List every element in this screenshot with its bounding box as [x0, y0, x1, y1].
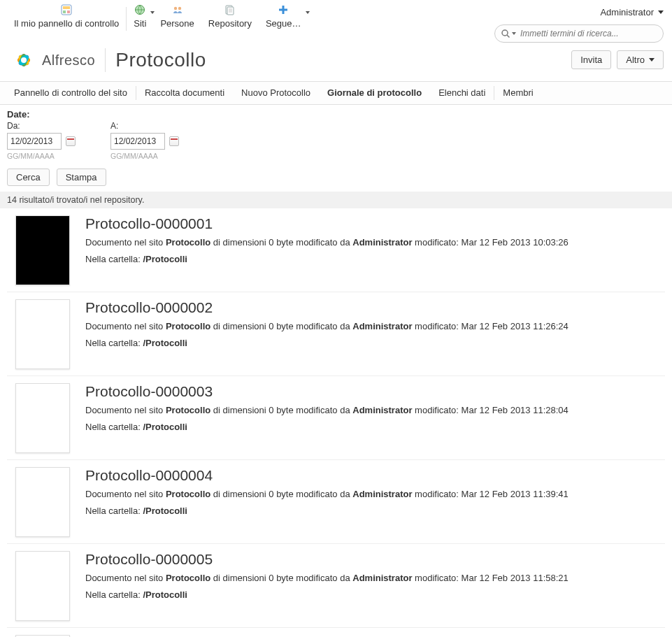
print-button[interactable]: Stampa — [57, 169, 106, 186]
result-item: Protocollo-0000001Documento nel sito Pro… — [7, 208, 665, 292]
repository-icon — [224, 4, 236, 15]
result-title[interactable]: Protocollo-0000003 — [85, 383, 665, 400]
result-path: Nella cartella: /Protocolli — [85, 505, 665, 517]
svg-point-21 — [21, 57, 27, 63]
result-title[interactable]: Protocollo-0000005 — [85, 551, 665, 568]
user-menu[interactable]: Administrator — [600, 4, 664, 20]
top-toolbar: Il mio pannello di controllo Siti Person… — [0, 0, 672, 41]
result-title[interactable]: Protocollo-0000002 — [85, 299, 665, 316]
divider — [105, 48, 106, 72]
dashboard-icon — [61, 4, 72, 15]
brand-name: Alfresco — [42, 52, 95, 69]
date-section-label: Date: — [7, 109, 665, 120]
result-path: Nella cartella: /Protocolli — [85, 421, 665, 434]
svg-point-6 — [178, 7, 180, 10]
date-to-hint: GG/MM/AAAA — [110, 152, 179, 160]
result-title[interactable]: Protocollo-0000001 — [85, 215, 665, 232]
result-item: Protocollo-0000003Documento nel sito Pro… — [7, 376, 665, 460]
search-button-label: Cerca — [16, 172, 41, 182]
nav-more-label: Segue… — [266, 18, 301, 29]
site-bar: Alfresco Protocollo Invita Altro — [0, 41, 672, 81]
nav-my-dashboard[interactable]: Il mio pannello di controllo — [7, 4, 126, 29]
site-more-label: Altro — [626, 55, 645, 65]
search-input[interactable] — [520, 29, 657, 38]
result-thumbnail[interactable] — [15, 383, 70, 453]
result-body: Protocollo-0000005Documento nel sito Pro… — [85, 550, 665, 622]
results-list: Protocollo-0000001Documento nel sito Pro… — [0, 208, 672, 637]
result-thumbnail[interactable] — [15, 299, 70, 369]
nav-my-dashboard-label: Il mio pannello di controllo — [14, 18, 119, 29]
site-title: Protocollo — [115, 49, 206, 71]
svg-point-11 — [502, 30, 508, 36]
calendar-icon[interactable] — [66, 136, 76, 146]
svg-rect-1 — [63, 6, 70, 9]
date-from-hint: GG/MM/AAAA — [7, 152, 76, 160]
search-scope-dropdown-icon[interactable] — [512, 32, 516, 35]
user-name: Administrator — [600, 7, 654, 17]
nav-more[interactable]: Segue… — [259, 4, 308, 29]
result-meta: Documento nel sito Protocollo di dimensi… — [85, 488, 665, 501]
alfresco-flower-icon — [10, 46, 38, 74]
print-button-label: Stampa — [66, 172, 97, 182]
date-to-col: A: GG/MM/AAAA — [110, 121, 179, 160]
result-meta: Documento nel sito Protocollo di dimensi… — [85, 236, 665, 249]
result-body: Protocollo-0000001Documento nel sito Pro… — [85, 214, 665, 286]
result-meta: Documento nel sito Protocollo di dimensi… — [85, 320, 665, 333]
result-path: Nella cartella: /Protocolli — [85, 337, 665, 350]
search-icon[interactable] — [501, 29, 510, 38]
svg-rect-8 — [227, 7, 234, 15]
top-right-area: Administrator — [494, 4, 664, 43]
nav-site-dashboard[interactable]: Pannello di controllo del sito — [6, 81, 136, 105]
nav-repository[interactable]: Repository — [201, 4, 259, 29]
nav-doclib[interactable]: Raccolta documenti — [136, 81, 233, 105]
result-item: Protocollo-0000005Documento nel sito Pro… — [7, 544, 665, 628]
result-title[interactable]: Protocollo-0000004 — [85, 467, 665, 484]
date-to-input[interactable] — [110, 133, 165, 150]
nav-sites-label: Siti — [134, 18, 146, 29]
chevron-down-icon — [649, 58, 655, 62]
filter-panel: Date: Da: GG/MM/AAAA A: GG/MM/AAAA — [0, 105, 672, 163]
plus-icon — [278, 4, 289, 15]
result-item: Protocollo-0000006 — [7, 628, 665, 637]
action-row: Cerca Stampa — [0, 163, 672, 192]
site-nav: Pannello di controllo del sito Raccolta … — [0, 81, 672, 105]
globe-icon — [134, 4, 145, 15]
result-thumbnail[interactable] — [15, 215, 70, 285]
result-meta: Documento nel sito Protocollo di dimensi… — [85, 404, 665, 417]
nav-giornale[interactable]: Giornale di protocollo — [319, 81, 430, 105]
svg-rect-2 — [63, 10, 66, 13]
date-from-input[interactable] — [7, 133, 62, 150]
brand-logo[interactable]: Alfresco — [10, 46, 95, 74]
svg-point-5 — [173, 7, 176, 10]
result-thumbnail[interactable] — [15, 467, 70, 537]
result-thumbnail[interactable] — [15, 551, 70, 621]
result-meta: Documento nel sito Protocollo di dimensi… — [85, 572, 665, 585]
nav-elenchi[interactable]: Elenchi dati — [430, 81, 494, 105]
result-item: Protocollo-0000004Documento nel sito Pro… — [7, 460, 665, 544]
date-row: Da: GG/MM/AAAA A: GG/MM/AAAA — [7, 121, 665, 160]
nav-membri[interactable]: Membri — [494, 81, 541, 105]
result-path: Nella cartella: /Protocolli — [85, 589, 665, 601]
date-to-label: A: — [110, 121, 179, 131]
date-from-col: Da: GG/MM/AAAA — [7, 121, 76, 160]
calendar-icon[interactable] — [169, 136, 179, 146]
search-button[interactable]: Cerca — [7, 169, 50, 186]
invite-button[interactable]: Invita — [571, 50, 611, 69]
nav-sites[interactable]: Siti — [127, 4, 153, 29]
nav-nuovo-protocollo[interactable]: Nuovo Protocollo — [233, 81, 319, 105]
results-summary: 14 risultato/i trovato/i nel repository. — [0, 192, 672, 208]
nav-repository-label: Repository — [208, 18, 252, 29]
svg-rect-10 — [279, 9, 287, 11]
chevron-down-icon — [658, 10, 664, 14]
result-body: Protocollo-0000002Documento nel sito Pro… — [85, 298, 665, 370]
nav-people[interactable]: Persone — [153, 4, 201, 29]
site-actions: Invita Altro — [571, 50, 664, 69]
nav-people-label: Persone — [160, 18, 194, 29]
site-more-button[interactable]: Altro — [617, 50, 664, 69]
people-icon — [172, 4, 183, 15]
date-from-label: Da: — [7, 121, 76, 131]
result-item: Protocollo-0000002Documento nel sito Pro… — [7, 292, 665, 376]
svg-rect-3 — [67, 10, 70, 13]
result-body: Protocollo-0000003Documento nel sito Pro… — [85, 382, 665, 454]
result-path: Nella cartella: /Protocolli — [85, 253, 665, 266]
